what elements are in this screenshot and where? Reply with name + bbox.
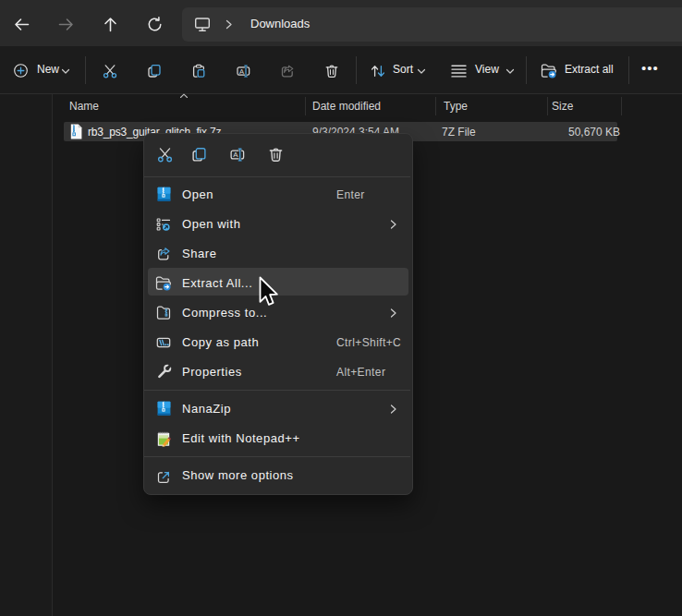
svg-text:A: A: [239, 67, 244, 76]
